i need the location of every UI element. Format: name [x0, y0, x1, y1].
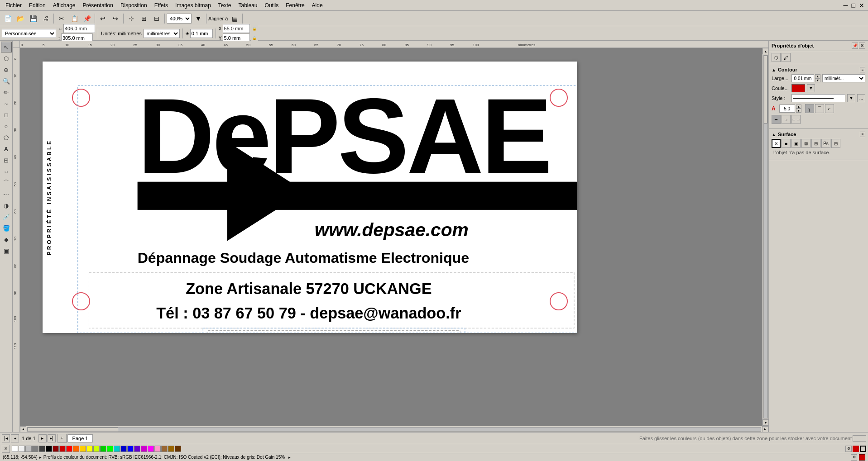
- zoom-indicator[interactable]: [853, 435, 866, 442]
- corner-style-2[interactable]: ⌒: [815, 104, 824, 113]
- swatch-blue[interactable]: [120, 446, 127, 452]
- rect-tool[interactable]: □: [1, 109, 12, 120]
- page-last-btn[interactable]: ▸|: [48, 434, 56, 442]
- swatch-brightgreen[interactable]: [107, 446, 113, 452]
- swatch-orange[interactable]: [73, 446, 79, 452]
- surface-mesh-btn[interactable]: ⊟: [831, 139, 840, 148]
- surface-postscript-btn[interactable]: Ps: [821, 139, 830, 148]
- close-btn[interactable]: ✕: [857, 2, 866, 9]
- y-lock-btn[interactable]: 🔒: [251, 35, 258, 41]
- add-page-btn[interactable]: +: [58, 434, 67, 443]
- eyedropper-tool[interactable]: 💉: [1, 211, 12, 222]
- zoom-combo[interactable]: 400% 200% 100%: [167, 14, 192, 24]
- ellipse-tool[interactable]: ○: [1, 121, 12, 132]
- vscroll-down-btn[interactable]: ▾: [762, 419, 769, 426]
- panel-icon-1[interactable]: ⬡: [772, 53, 781, 62]
- surface-solid-btn[interactable]: ■: [782, 139, 791, 148]
- contour-width-down[interactable]: ▼: [815, 78, 820, 82]
- surface-none-btn[interactable]: ✕: [772, 139, 781, 148]
- contour-expand-icon[interactable]: ▲: [772, 67, 776, 72]
- page-preset-combo[interactable]: Personnalisée: [2, 29, 56, 38]
- node-tool[interactable]: ⬡: [1, 53, 12, 64]
- align2-btn[interactable]: ⊟: [151, 13, 163, 24]
- style-dropdown[interactable]: ▼: [847, 94, 855, 102]
- smart-fill-tool[interactable]: ▣: [1, 245, 12, 256]
- blend-tool[interactable]: ⋯: [1, 189, 12, 200]
- polygon-tool[interactable]: ⬠: [1, 132, 12, 143]
- profile-info-btn[interactable]: ▸: [288, 455, 291, 460]
- zoom-tool[interactable]: 🔍: [1, 76, 12, 86]
- table-tool[interactable]: ⊞: [1, 155, 12, 166]
- page-prev-btn[interactable]: ◂: [11, 434, 19, 442]
- swatch-yellowgreen[interactable]: [93, 446, 100, 452]
- hscroll-track[interactable]: [27, 427, 761, 432]
- units-combo[interactable]: millimètres: [144, 29, 180, 38]
- vscrollbar[interactable]: ▴ ▾: [762, 48, 768, 426]
- select-tool[interactable]: ↖: [1, 42, 12, 52]
- line-end-2[interactable]: →: [782, 115, 791, 124]
- hscroll-right-btn[interactable]: ▸: [762, 426, 768, 432]
- swatch-cyan[interactable]: [114, 446, 120, 452]
- contour-unit-combo[interactable]: millimèt...: [822, 74, 865, 82]
- swatch-darkbrown[interactable]: [168, 446, 174, 452]
- surface-gradient-btn[interactable]: ▣: [791, 139, 801, 148]
- print-btn[interactable]: 🖨: [40, 13, 52, 24]
- swatch-brightred[interactable]: [66, 446, 72, 452]
- panel-close-btn[interactable]: ✕: [859, 43, 865, 49]
- menu-fichier[interactable]: Fichier: [2, 1, 25, 10]
- text-tool[interactable]: A: [1, 143, 12, 154]
- menu-effets[interactable]: Effets: [151, 1, 172, 10]
- surface-expand-btn[interactable]: ≡: [860, 132, 865, 137]
- page-first-btn[interactable]: |◂: [2, 434, 10, 442]
- line-end-3[interactable]: ←→: [791, 115, 801, 124]
- swatch-darkgray[interactable]: [39, 446, 45, 452]
- page-next-btn[interactable]: ▸: [38, 434, 47, 442]
- surface-pattern-btn[interactable]: ⊠: [801, 139, 810, 148]
- smartdraw-tool[interactable]: ~: [1, 98, 12, 109]
- menu-edition[interactable]: Edition: [25, 1, 49, 10]
- menu-outils[interactable]: Outils: [261, 1, 283, 10]
- hscrollbar[interactable]: ◂ ▸: [20, 426, 768, 432]
- transparency-tool[interactable]: ◑: [1, 200, 12, 211]
- palette-settings-btn[interactable]: ⚙: [845, 446, 852, 452]
- save-btn[interactable]: 💾: [27, 13, 39, 24]
- menu-affichage[interactable]: Affichage: [49, 1, 79, 10]
- swatch-white[interactable]: [12, 446, 18, 452]
- fill-tool[interactable]: 🪣: [1, 223, 12, 233]
- swatch-pink[interactable]: [154, 446, 161, 452]
- font-size-down[interactable]: ▼: [796, 109, 801, 113]
- swatch-lightgray[interactable]: [19, 446, 25, 452]
- nudge-input[interactable]: [190, 29, 213, 38]
- menu-disposition[interactable]: Disposition: [117, 1, 151, 10]
- swatch-black[interactable]: [46, 446, 52, 452]
- swatch-brightblue[interactable]: [127, 446, 134, 452]
- interactive-fill-tool[interactable]: ◆: [1, 234, 12, 245]
- menu-tableau[interactable]: Tableau: [235, 1, 261, 10]
- vscroll-track[interactable]: [763, 55, 768, 418]
- font-size-value[interactable]: [779, 105, 795, 113]
- width-input[interactable]: [63, 24, 95, 33]
- panel-pin-btn[interactable]: 📌: [852, 43, 858, 49]
- swatch-brown[interactable]: [161, 446, 168, 452]
- corner-style-1[interactable]: ┐: [805, 104, 814, 113]
- connector-tool[interactable]: ⌒: [1, 177, 12, 188]
- maximize-btn[interactable]: □: [850, 2, 857, 9]
- menu-texte[interactable]: Texte: [215, 1, 235, 10]
- x-lock-btn[interactable]: 🔒: [251, 26, 258, 31]
- swatch-yellow[interactable]: [80, 446, 86, 452]
- font-size-up[interactable]: ▲: [796, 105, 801, 109]
- contour-expand-btn[interactable]: ≡: [860, 67, 865, 72]
- swatch-midgray[interactable]: [32, 446, 38, 452]
- swatch-purple[interactable]: [134, 446, 140, 452]
- redo-btn[interactable]: ↪: [110, 13, 121, 24]
- status-settings-btn[interactable]: ⚙: [851, 454, 857, 461]
- open-btn[interactable]: 📂: [14, 13, 26, 24]
- no-color-btn[interactable]: ✕: [2, 445, 10, 453]
- cut-btn[interactable]: ✂: [56, 13, 67, 24]
- hscroll-left-btn[interactable]: ◂: [20, 426, 26, 432]
- corner-style-3[interactable]: ⌐: [825, 104, 834, 113]
- swatch-magenta[interactable]: [141, 446, 147, 452]
- page-tab-1[interactable]: Page 1: [67, 434, 93, 442]
- swatch-gray[interactable]: [25, 446, 32, 452]
- freehand-tool[interactable]: ✏: [1, 87, 12, 98]
